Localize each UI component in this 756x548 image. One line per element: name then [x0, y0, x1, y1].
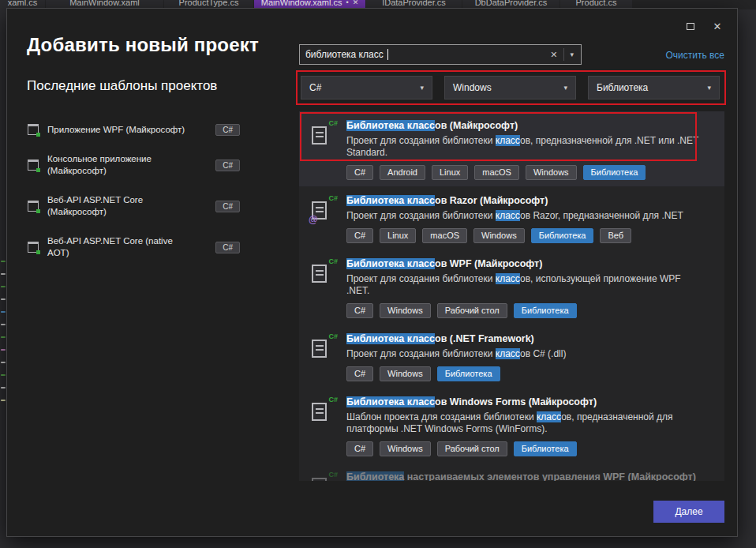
- code-fragment: [1, 400, 6, 401]
- code-fragment: [1, 311, 6, 313]
- razor-class-library-icon: C#@: [310, 196, 337, 223]
- text-segment: ов WPF (Майкрософт): [435, 258, 542, 269]
- result-tag[interactable]: Веб: [600, 228, 631, 243]
- result-tag[interactable]: C#: [346, 228, 373, 243]
- maximize-icon: [687, 23, 694, 30]
- text-segment: Проект для создания библиотеки: [346, 348, 496, 359]
- result-tag[interactable]: Библиотека: [514, 441, 577, 456]
- pin-icon[interactable]: •: [346, 0, 349, 6]
- template-title: Библиотека классов (Майкрософт): [346, 119, 715, 132]
- template-result-item[interactable]: C#@Библиотека классов Razor (Майкрософт)…: [299, 186, 724, 250]
- result-tag[interactable]: macOS: [422, 228, 467, 243]
- recent-template-label: Веб-API ASP.NET Core (native AOT): [47, 235, 196, 259]
- text-segment: класс: [496, 348, 520, 359]
- recent-template-label: Приложение WPF (Майкрософт): [47, 124, 185, 136]
- code-fragment: [1, 362, 6, 363]
- text-segment: Проект для создания библиотеки: [346, 273, 496, 284]
- text-segment: Шаблон проекта для создания библиотеки: [346, 411, 537, 422]
- text-segment: Библиотека класс: [346, 396, 435, 407]
- editor-tab-label: ProductType.cs: [179, 0, 239, 7]
- search-dropdown-icon[interactable]: ▾: [568, 51, 575, 58]
- result-tag[interactable]: C#: [346, 165, 373, 180]
- clear-search-icon[interactable]: ✕: [548, 50, 560, 60]
- editor-tab-label: MainWindow.xaml: [69, 0, 140, 7]
- text-segment: Библиотека класс: [346, 120, 435, 131]
- template-title: Библиотека классов (.NET Framework): [346, 332, 715, 345]
- language-badge: C#: [215, 201, 240, 212]
- class-library-icon: C#: [310, 121, 337, 148]
- template-result-body: Библиотека настраиваемых элементов управ…: [346, 471, 715, 481]
- text-segment: ов Razor (Майкрософт): [435, 195, 548, 206]
- result-tag[interactable]: Библиотека: [531, 228, 594, 243]
- text-segment: настраиваемых элементов управления WPF (…: [404, 471, 696, 481]
- result-tag[interactable]: Windows: [380, 441, 431, 456]
- text-segment: ов (.NET Framework): [435, 333, 534, 344]
- search-input[interactable]: библиотека класс ✕ ▾: [299, 44, 582, 65]
- result-tag[interactable]: Linux: [432, 165, 468, 180]
- result-tag[interactable]: Библиотека: [437, 366, 500, 381]
- winforms-class-library-icon: C#: [310, 397, 337, 424]
- template-title: Библиотека классов Windows Forms (Майкро…: [346, 396, 715, 408]
- web-api-icon: [27, 200, 39, 212]
- text-segment: ов Razor, предназначенной для .NET: [520, 210, 683, 221]
- editor-tab-label: xaml.cs: [8, 0, 37, 7]
- result-tag[interactable]: Рабочий стол: [437, 303, 507, 318]
- result-tag[interactable]: macOS: [474, 165, 519, 180]
- clear-all-link[interactable]: Очистить все: [666, 50, 724, 61]
- template-result-item[interactable]: C#Библиотека классов WPF (Майкрософт)Про…: [299, 250, 724, 325]
- result-tag[interactable]: Библиотека: [514, 303, 577, 318]
- code-fragment: [1, 286, 6, 287]
- result-tag[interactable]: Windows: [526, 165, 577, 180]
- language-filter[interactable]: C#▾: [301, 76, 432, 99]
- result-tag[interactable]: Linux: [380, 228, 416, 243]
- recent-template-item[interactable]: Веб-API ASP.NET Core (native AOT)C#: [27, 235, 240, 259]
- template-description: Проект для создания библиотеки классов, …: [346, 135, 705, 159]
- template-result-item[interactable]: C#Библиотека настраиваемых элементов упр…: [299, 463, 724, 481]
- template-description: Проект для создания библиотеки классов, …: [346, 273, 705, 297]
- code-fragment: [1, 349, 6, 351]
- recent-templates-list: Приложение WPF (Майкрософт)C#Консольное …: [27, 123, 240, 259]
- result-tag[interactable]: Рабочий стол: [437, 441, 507, 456]
- result-tag[interactable]: C#: [346, 303, 373, 318]
- template-results-list[interactable]: C#Библиотека классов (Майкрософт)Проект …: [299, 111, 724, 481]
- platform-filter[interactable]: Windows▾: [444, 76, 576, 99]
- text-segment: класс: [537, 411, 561, 422]
- filter-value: Windows: [453, 82, 492, 93]
- text-segment: ов Windows Forms (Майкрософт): [435, 396, 597, 407]
- close-button[interactable]: ✕: [705, 17, 729, 36]
- result-tag[interactable]: Windows: [380, 303, 431, 318]
- template-title: Библиотека настраиваемых элементов управ…: [346, 471, 715, 481]
- recent-template-item[interactable]: Консольное приложение (Майкрософт)C#: [27, 153, 240, 177]
- template-tags: C#WindowsРабочий столБиблиотека: [346, 303, 715, 318]
- result-tag[interactable]: Android: [380, 165, 425, 180]
- code-fragment: [1, 336, 6, 338]
- project-type-filter[interactable]: Библиотека▾: [588, 76, 720, 99]
- template-result-item[interactable]: C#Библиотека классов (.NET Framework)Про…: [299, 325, 724, 388]
- recent-templates-heading: Последние шаблоны проектов: [27, 78, 217, 94]
- maximize-button[interactable]: [679, 17, 702, 36]
- chevron-down-icon: ▾: [707, 84, 711, 92]
- code-fragment: [1, 374, 6, 376]
- text-segment: Библиотека класс: [346, 258, 435, 269]
- background-editor-code: [0, 261, 6, 426]
- close-tab-icon[interactable]: ✕: [353, 0, 359, 6]
- text-segment: Проект для создания библиотеки: [346, 135, 496, 146]
- template-result-item[interactable]: C#Библиотека классов Windows Forms (Майк…: [299, 388, 724, 463]
- recent-template-label: Веб-API ASP.NET Core (Майкрософт): [47, 194, 196, 218]
- result-tag[interactable]: C#: [346, 441, 373, 456]
- result-tag[interactable]: Библиотека: [583, 165, 646, 180]
- template-tags: C#WindowsБиблиотека: [346, 366, 715, 381]
- template-result-item[interactable]: C#Библиотека классов (Майкрософт)Проект …: [299, 111, 724, 186]
- template-description: Проект для создания библиотеки классов R…: [346, 210, 705, 222]
- result-tag[interactable]: Windows: [380, 366, 431, 381]
- recent-template-label: Консольное приложение (Майкрософт): [47, 153, 196, 177]
- result-tag[interactable]: C#: [346, 366, 373, 381]
- recent-template-item[interactable]: Приложение WPF (Майкрософт)C#: [27, 123, 240, 136]
- template-result-body: Библиотека классов (.NET Framework)Проек…: [346, 332, 715, 381]
- text-segment: ов C# (.dll): [520, 348, 566, 359]
- next-button[interactable]: Далее: [653, 501, 724, 523]
- recent-template-item[interactable]: Веб-API ASP.NET Core (Майкрософт)C#: [27, 194, 240, 218]
- result-tag[interactable]: Windows: [473, 228, 525, 243]
- editor-tab-label: DbDataProvider.cs: [475, 0, 548, 7]
- text-segment: класс: [496, 135, 520, 146]
